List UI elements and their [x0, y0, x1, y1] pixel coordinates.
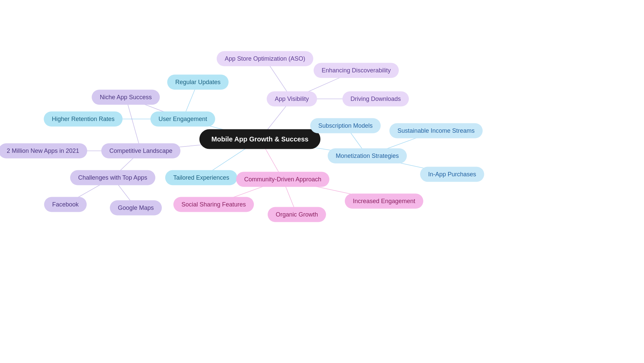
node-driving-downloads: Driving Downloads	[342, 92, 409, 107]
node-social-sharing: Social Sharing Features	[173, 197, 254, 212]
node-in-app-purchases: In-App Purchases	[420, 167, 484, 182]
node-regular-updates: Regular Updates	[167, 75, 228, 90]
node-monetization-strategies: Monetization Strategies	[328, 148, 407, 164]
node-center: Mobile App Growth & Success	[199, 129, 320, 149]
node-community-driven: Community-Driven Approach	[236, 172, 329, 187]
node-enhancing-discoverability: Enhancing Discoverability	[314, 63, 399, 78]
node-google-maps: Google Maps	[110, 200, 162, 216]
node-app-visibility: App Visibility	[267, 92, 317, 107]
node-challenges-top-apps: Challenges with Top Apps	[70, 170, 155, 185]
node-higher-retention-rates: Higher Retention Rates	[44, 112, 122, 127]
node-competitive-landscape: Competitive Landscape	[101, 143, 180, 159]
node-niche-app-success: Niche App Success	[92, 90, 160, 105]
node-aso: App Store Optimization (ASO)	[217, 51, 313, 66]
node-organic-growth: Organic Growth	[268, 207, 326, 222]
mindmap-container: Mobile App Growth & SuccessUser Engageme…	[0, 0, 644, 363]
svg-line-11	[126, 97, 141, 151]
node-2million-apps: 2 Million New Apps in 2021	[0, 143, 87, 159]
node-facebook: Facebook	[44, 197, 87, 212]
node-sustainable-income: Sustainable Income Streams	[389, 123, 483, 138]
node-tailored-experiences: Tailored Experiences	[165, 170, 237, 185]
node-user-engagement: User Engagement	[150, 112, 215, 127]
node-subscription-models: Subscription Models	[310, 118, 381, 133]
node-increased-engagement: Increased Engagement	[345, 194, 423, 209]
